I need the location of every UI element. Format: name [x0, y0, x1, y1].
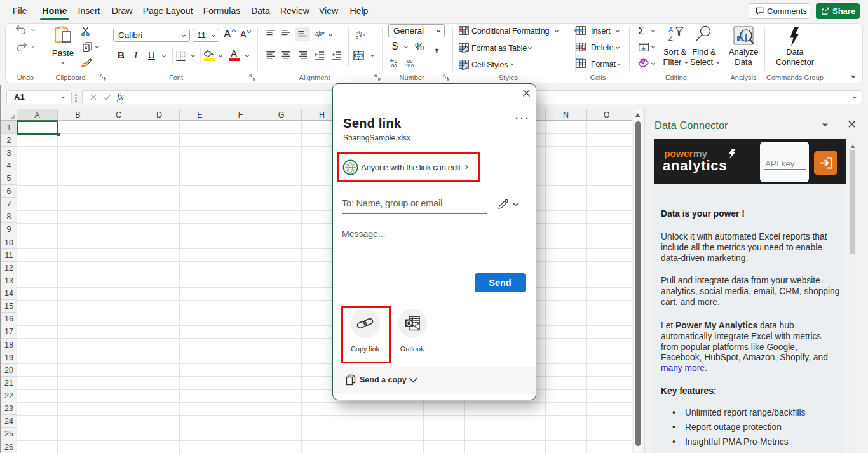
svg-text:.00: .00 — [390, 63, 397, 68]
svg-text:0: 0 — [411, 63, 414, 68]
svg-text:c: c — [356, 34, 358, 39]
svg-text:Z: Z — [668, 34, 673, 42]
svg-text:ab: ab — [315, 30, 322, 37]
svg-text:A: A — [668, 26, 674, 34]
